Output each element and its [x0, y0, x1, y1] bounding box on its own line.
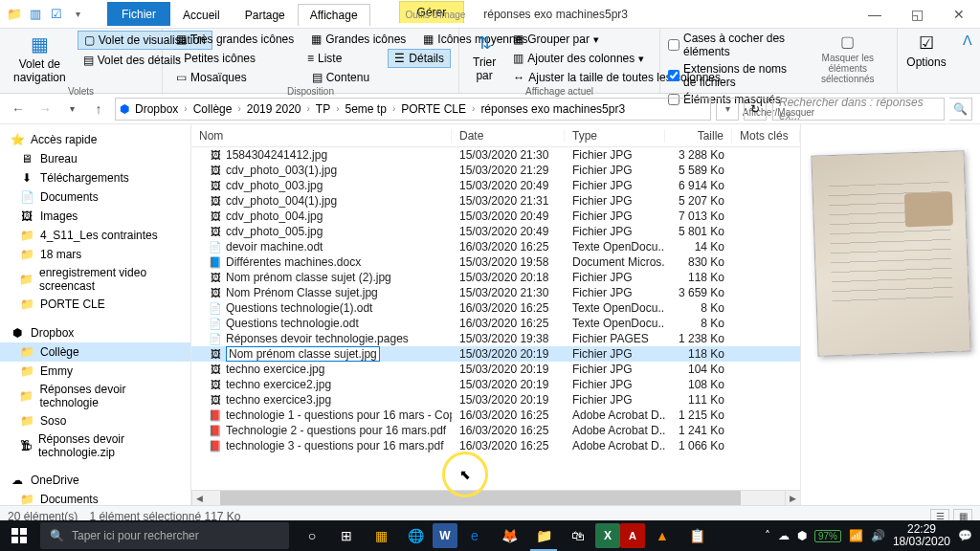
excel-icon[interactable]: X — [595, 523, 620, 548]
file-row[interactable]: 🖼techno exercice2.jpg15/03/2020 20:19Fic… — [191, 377, 800, 392]
dropbox-tray-icon[interactable]: ⬢ — [797, 529, 807, 542]
wifi-icon[interactable]: 📶 — [849, 529, 863, 542]
address-bar[interactable]: ⬢ Dropbox›Collège›2019 2020›TP›5eme tp›P… — [115, 98, 711, 121]
app-icon-2[interactable]: 🌐 — [398, 520, 433, 551]
search-input[interactable]: Rechercher dans : réponses ex... — [772, 98, 945, 121]
sort-button[interactable]: ⇅ Trier par — [467, 31, 501, 84]
firefox-icon[interactable]: 🦊 — [492, 520, 526, 551]
hscroll[interactable]: ◀ ▶ — [191, 490, 800, 505]
navigation-tree[interactable]: ⭐Accès rapide🖥Bureau⬇Téléchargements📄Doc… — [0, 124, 191, 505]
breadcrumb-item[interactable]: Collège — [189, 102, 236, 116]
file-row[interactable]: 📄devoir machine.odt16/03/2020 16:25Texte… — [191, 239, 800, 254]
file-row[interactable]: 📘Différentes machines.docx15/03/2020 19:… — [191, 254, 800, 270]
sidebar-item[interactable]: 📄Documents — [0, 187, 190, 207]
col-mots[interactable]: Mots clés — [732, 129, 800, 143]
sidebar-item[interactable]: 📁enregistrement video screencast — [0, 264, 190, 295]
hscroll-left[interactable]: ◀ — [191, 491, 207, 505]
sidebar-item[interactable]: 📁Documents — [0, 490, 190, 505]
file-row[interactable]: 🖼Nom prénom classe sujet (2).jpg15/03/20… — [191, 270, 800, 285]
tiles-button[interactable]: ▭Mosaïques — [170, 69, 253, 86]
extensions-toggle[interactable]: Extensions de noms de fichiers — [668, 61, 801, 90]
qat-dropdown-icon[interactable]: ▾ — [69, 6, 86, 23]
breadcrumb-item[interactable]: PORTE CLE — [397, 102, 470, 116]
sidebar-item[interactable]: ⬇Téléchargements — [0, 168, 190, 187]
tab-partage[interactable]: Partage — [233, 4, 298, 26]
taskbar-search[interactable]: 🔍 Taper ici pour rechercher — [40, 522, 289, 549]
up-button[interactable]: ↑ — [88, 99, 109, 120]
sidebar-item[interactable]: 📁PORTE CLE — [0, 295, 190, 314]
back-button[interactable]: ← — [8, 99, 29, 120]
file-row[interactable]: 🖼techno exercice3.jpg15/03/2020 20:19Fic… — [191, 392, 800, 408]
tab-accueil[interactable]: Accueil — [170, 4, 233, 26]
hscroll-thumb[interactable] — [220, 491, 741, 505]
col-taille[interactable]: Taille — [665, 129, 732, 143]
search-go-button[interactable]: 🔍 — [949, 98, 972, 121]
xl-icons-button[interactable]: ▦Très grandes icônes — [170, 31, 300, 48]
content-button[interactable]: ▤Contenu — [306, 69, 375, 86]
sidebar-item[interactable]: 📁4_S11_Les contraintes — [0, 226, 190, 245]
start-button[interactable] — [0, 520, 38, 551]
checkmark-icon[interactable]: ☑ — [48, 6, 65, 23]
sidebar-item[interactable]: 🖼Images — [0, 207, 190, 226]
sidebar-item[interactable]: 📁18 mars — [0, 245, 190, 264]
cortana-icon[interactable]: ○ — [295, 520, 329, 551]
app-icon-1[interactable]: ▦ — [364, 520, 398, 551]
acrobat-icon[interactable]: A — [620, 523, 645, 548]
address-dropdown[interactable]: ▾ — [716, 98, 739, 121]
file-row[interactable]: 📕Technologie 2 - questions pour 16 mars.… — [191, 423, 800, 438]
col-type[interactable]: Type — [565, 129, 665, 143]
notepad-icon[interactable]: 📋 — [679, 520, 714, 551]
file-row[interactable]: 📄Réponses devoir technologie.pages15/03/… — [191, 331, 800, 346]
sidebar-item[interactable]: 📁Collège — [0, 342, 190, 362]
col-nom[interactable]: Nom — [191, 129, 452, 143]
explorer-icon[interactable]: 📁 — [526, 520, 561, 551]
file-row[interactable]: 🖼techno exercice.jpg15/03/2020 20:19Fich… — [191, 362, 800, 377]
forward-button[interactable]: → — [34, 99, 56, 120]
volume-icon[interactable]: 🔊 — [871, 529, 885, 542]
ribbon-collapse-button[interactable]: ᐱ — [955, 29, 980, 93]
tab-fichier[interactable]: Fichier — [107, 2, 170, 26]
file-row[interactable]: 🖼cdv_photo_003(1).jpg15/03/2020 21:29Fic… — [191, 163, 800, 178]
sidebar-item[interactable]: ⬢Dropbox — [0, 323, 190, 342]
breadcrumb-item[interactable]: Dropbox — [131, 102, 182, 116]
hscroll-right[interactable]: ▶ — [785, 491, 800, 505]
refresh-button[interactable]: ↻ — [744, 98, 767, 121]
col-date[interactable]: Date — [452, 129, 565, 143]
file-row[interactable]: 🖼cdv_photo_005.jpg15/03/2020 20:49Fichie… — [191, 224, 800, 239]
file-list[interactable]: 🖼1584304241412.jpg15/03/2020 21:30Fichie… — [191, 147, 800, 490]
options-button[interactable]: ☑ Options — [905, 31, 947, 71]
sidebar-item[interactable]: 📁Soso — [0, 411, 190, 430]
file-row[interactable]: 🖼Nom Prénom Classe sujet.jpg15/03/2020 2… — [191, 285, 800, 300]
tab-affichage[interactable]: Affichage — [298, 4, 370, 26]
file-row[interactable]: 📕technologie 3 - questions pour 16 mars.… — [191, 438, 800, 453]
list-button[interactable]: ≡Liste — [301, 50, 347, 67]
file-row[interactable]: 📕technologie 1 - questions pour 16 mars … — [191, 408, 800, 423]
sidebar-item[interactable]: 📁Réponses devoir technologie — [0, 381, 190, 411]
clock[interactable]: 22:29 18/03/2020 — [893, 523, 950, 548]
task-view-icon[interactable]: ⊞ — [329, 520, 364, 551]
file-row[interactable]: 🖼Nom prénom classe sujet.jpg15/03/2020 2… — [191, 346, 800, 362]
properties-icon[interactable]: ▥ — [27, 6, 44, 23]
file-row[interactable]: 🖼1584304241412.jpg15/03/2020 21:30Fichie… — [191, 147, 800, 163]
sidebar-item[interactable]: 🖥Bureau — [0, 149, 190, 168]
system-tray[interactable]: ˄ ☁ ⬢ 97% 📶 🔊 22:29 18/03/2020 💬 — [757, 523, 980, 548]
edge-icon[interactable]: e — [457, 520, 492, 551]
checkboxes-toggle[interactable]: Cases à cocher des éléments — [668, 31, 801, 59]
details-view-button[interactable]: ☰Détails — [388, 49, 451, 68]
minimize-button[interactable]: — — [854, 0, 896, 29]
small-icons-button[interactable]: ▫Petites icônes — [170, 50, 261, 67]
breadcrumb-item[interactable]: 5eme tp — [342, 102, 390, 116]
nav-pane-button[interactable]: ▦ Volet de navigation — [8, 31, 72, 86]
column-headers[interactable]: Nom Date Type Taille Mots clés — [191, 124, 800, 147]
file-row[interactable]: 🖼cdv_photo_003.jpg15/03/2020 20:49Fichie… — [191, 178, 800, 193]
breadcrumb-item[interactable]: réponses exo machines5pr3 — [477, 102, 629, 116]
maximize-button[interactable]: ◱ — [896, 0, 938, 29]
file-name[interactable]: Nom prénom classe sujet.jpg — [226, 346, 380, 362]
breadcrumb-item[interactable]: TP — [312, 102, 334, 116]
sidebar-item[interactable]: 🗜Réponses devoir technologie.zip — [0, 430, 190, 461]
breadcrumb-item[interactable]: 2019 2020 — [243, 102, 305, 116]
sidebar-item[interactable]: ⭐Accès rapide — [0, 130, 190, 149]
recent-dropdown[interactable]: ▾ — [61, 99, 82, 120]
hide-selected-button[interactable]: ▢ Masquer les éléments sélectionnés — [807, 31, 889, 86]
close-button[interactable]: ✕ — [938, 0, 980, 29]
